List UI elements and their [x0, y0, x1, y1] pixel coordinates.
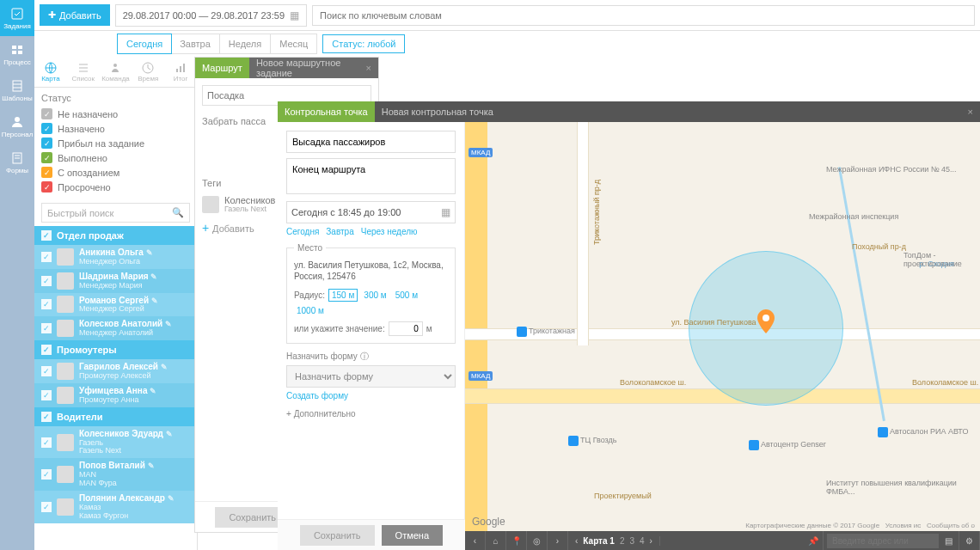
- map-page-2[interactable]: 2: [620, 536, 625, 546]
- map-tool-marker[interactable]: 📌: [803, 531, 824, 550]
- quick-search[interactable]: Быстрый поиск🔍: [41, 203, 190, 223]
- map-pin-icon: [757, 309, 775, 333]
- avatar: [57, 272, 74, 290]
- group-drivers[interactable]: ✓Водители: [34, 407, 197, 426]
- period-week[interactable]: Неделя: [220, 34, 271, 53]
- link-tomorrow[interactable]: Завтра: [326, 227, 353, 236]
- radius-300[interactable]: 300 м: [361, 290, 389, 301]
- vnav-process-label: Процесс: [3, 58, 31, 66]
- person-row[interactable]: ✓Гаврилов Алексей ✎Промоутер Алексей: [34, 359, 197, 383]
- vnav-process[interactable]: Процесс: [0, 36, 34, 72]
- status-arrived[interactable]: ✓Прибыл на задание: [41, 136, 190, 150]
- group-sales[interactable]: ✓Отдел продаж: [34, 226, 197, 245]
- map-next-button[interactable]: ›: [548, 531, 568, 550]
- map-tool-pin[interactable]: 📍: [506, 531, 527, 550]
- assignee-vehicle: Газель Next: [224, 205, 285, 214]
- map-tool-home[interactable]: ⌂: [486, 531, 506, 550]
- svg-point-8: [15, 117, 20, 122]
- period-tomorrow[interactable]: Завтра: [171, 34, 220, 53]
- vnav-tasks[interactable]: Задания: [0, 0, 34, 36]
- tab-map[interactable]: Карта: [34, 57, 67, 87]
- tab-team[interactable]: Команда: [100, 57, 132, 87]
- checkbox-icon: ✓: [41, 167, 52, 178]
- person-row[interactable]: ✓Полянин Александр ✎КамазКамаз Фургон: [34, 491, 197, 523]
- checkpoint-form: Конец маршрута Сегодня с 18:45 до 19:00▦…: [278, 122, 465, 550]
- keyword-search[interactable]: [312, 5, 975, 26]
- checkbox-icon: ✓: [41, 412, 52, 422]
- status-unassigned[interactable]: ✓Не назначено: [41, 107, 190, 121]
- vnav-templates[interactable]: Шаблоны: [0, 72, 34, 108]
- status-label: Прибыл на задание: [58, 138, 144, 149]
- map-tool-settings[interactable]: ⚙: [959, 531, 980, 550]
- link-week[interactable]: Через неделю: [361, 227, 418, 236]
- status-late[interactable]: ✓С опозданием: [41, 165, 190, 180]
- checkpoint-title: Новая контрольная точка: [375, 107, 500, 117]
- poi-ifns: Межрайонная ИФНС России № 45...: [826, 165, 957, 174]
- tab-total[interactable]: Итог: [164, 57, 197, 87]
- map-page-1[interactable]: Карта 1: [583, 536, 615, 546]
- status-done[interactable]: ✓Выполнено: [41, 150, 190, 165]
- page-prev[interactable]: ‹: [575, 536, 578, 546]
- date-range[interactable]: 29.08.2017 00:00 — 29.08.2017 23:59▦: [115, 4, 307, 27]
- person-row[interactable]: ✓Шадрина Мария ✎Менеджер Мария: [34, 269, 197, 293]
- map[interactable]: МКАД МКАД ул. Василия Петушкова Волокола…: [465, 122, 980, 550]
- person-row[interactable]: ✓Колесков Анатолий ✎Менеджер Анатолий: [34, 316, 197, 340]
- close-icon[interactable]: ×: [961, 107, 980, 117]
- map-page-4[interactable]: 4: [640, 536, 645, 546]
- person-row[interactable]: ✓Аникина Ольга ✎Менеджер Ольга: [34, 245, 197, 269]
- status-assigned[interactable]: ✓Назначено: [41, 121, 190, 136]
- person-row[interactable]: ✓Уфимцева Анна ✎Промоутер Анна: [34, 383, 197, 407]
- vnav-personal-label: Персонал: [2, 131, 34, 138]
- checkpoint-datetime[interactable]: Сегодня с 18:45 до 19:00▦: [286, 201, 456, 223]
- label-volokolamsk: Волоколамское ш.: [620, 378, 686, 387]
- link-today[interactable]: Сегодня: [286, 227, 319, 236]
- tab-time[interactable]: Время: [132, 57, 164, 87]
- checkpoint-save-button[interactable]: Сохранить: [300, 525, 375, 546]
- person-row[interactable]: ✓Романов Сергей ✎Менеджер Сергей: [34, 293, 197, 317]
- map-prev-button[interactable]: ‹: [465, 531, 486, 550]
- person-name: Шадрина Мария: [79, 272, 149, 281]
- more-label: Дополнительно: [294, 409, 356, 419]
- status-filter[interactable]: Статус: любой: [322, 34, 405, 53]
- place-fieldset: Место ул. Василия Петушкова, 1с2, Москва…: [286, 243, 456, 344]
- edit-icon: ✎: [148, 461, 155, 470]
- avatar: [57, 320, 74, 337]
- more-toggle[interactable]: + Дополнительно: [286, 409, 456, 419]
- add-button[interactable]: ✚Добавить: [40, 4, 110, 26]
- form-select[interactable]: Назначить форму: [286, 365, 456, 388]
- group-title: Отдел продаж: [57, 230, 124, 241]
- create-form-link[interactable]: Создать форму: [286, 391, 348, 400]
- page-next[interactable]: ›: [650, 536, 652, 546]
- vnav-forms[interactable]: Формы: [0, 144, 34, 180]
- person-extra: MAN Фура: [79, 480, 155, 488]
- checkpoint-desc-input[interactable]: Конец маршрута: [286, 158, 456, 194]
- radius-input[interactable]: [389, 321, 423, 336]
- map-tool-target[interactable]: ◎: [527, 531, 548, 550]
- person-role: Менеджер Анатолий: [79, 329, 172, 338]
- map-address-input[interactable]: [827, 534, 939, 548]
- period-today[interactable]: Сегодня: [117, 34, 172, 54]
- status-label: Просрочено: [58, 182, 111, 192]
- radius-500[interactable]: 500 м: [393, 290, 420, 301]
- checkpoint-name-input[interactable]: [286, 131, 456, 153]
- status-overdue[interactable]: ✓Просрочено: [41, 180, 190, 194]
- person-role: Менеджер Ольга: [79, 258, 153, 266]
- edit-icon: ✎: [151, 296, 158, 305]
- person-role: Промоутер Анна: [79, 396, 156, 405]
- map-page-3[interactable]: 3: [629, 536, 634, 546]
- radius-row: Радиус: 150 м 300 м 500 м 1000 м: [294, 289, 448, 316]
- tab-list[interactable]: Список: [67, 57, 100, 87]
- edit-icon: ✎: [165, 320, 172, 328]
- person-row[interactable]: ✓Попов Виталий ✎MANMAN Фура: [34, 458, 197, 491]
- add-label: Добавить: [212, 223, 254, 234]
- map-pages: ‹ Карта 1 2 3 4 ›: [568, 536, 660, 546]
- person-row[interactable]: ✓Колесников Эдуард ✎ГазельГазель Next: [34, 426, 197, 459]
- close-icon[interactable]: ×: [359, 63, 378, 73]
- group-promoters[interactable]: ✓Промоутеры: [34, 340, 197, 359]
- radius-1000[interactable]: 1000 м: [294, 305, 327, 316]
- radius-150[interactable]: 150 м: [328, 289, 358, 302]
- vnav-personal[interactable]: Персонал: [0, 108, 34, 144]
- checkpoint-cancel-button[interactable]: Отмена: [382, 525, 443, 546]
- map-tool-layers[interactable]: ▤: [939, 531, 959, 550]
- period-month[interactable]: Месяц: [271, 34, 316, 53]
